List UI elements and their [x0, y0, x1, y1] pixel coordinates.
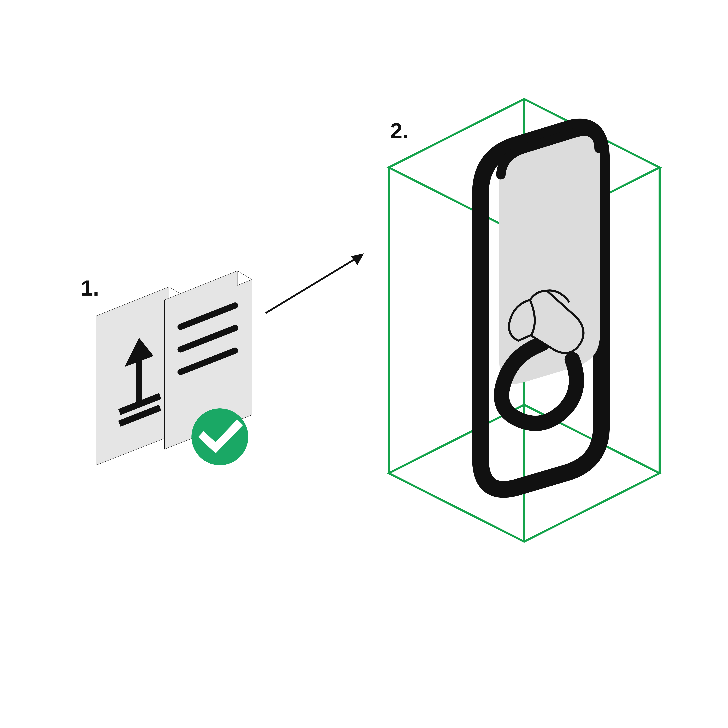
diagram-root: 1.: [0, 0, 728, 728]
step-1-group: 1.: [81, 271, 252, 465]
svg-line-7: [266, 256, 359, 313]
arrow-icon: [351, 253, 364, 265]
step-2-group: 2.: [389, 99, 659, 541]
checkmark-badge: [191, 408, 248, 465]
step-1-label: 1.: [81, 276, 99, 300]
arrow-connector: [266, 253, 364, 313]
step-2-label: 2.: [390, 119, 408, 143]
